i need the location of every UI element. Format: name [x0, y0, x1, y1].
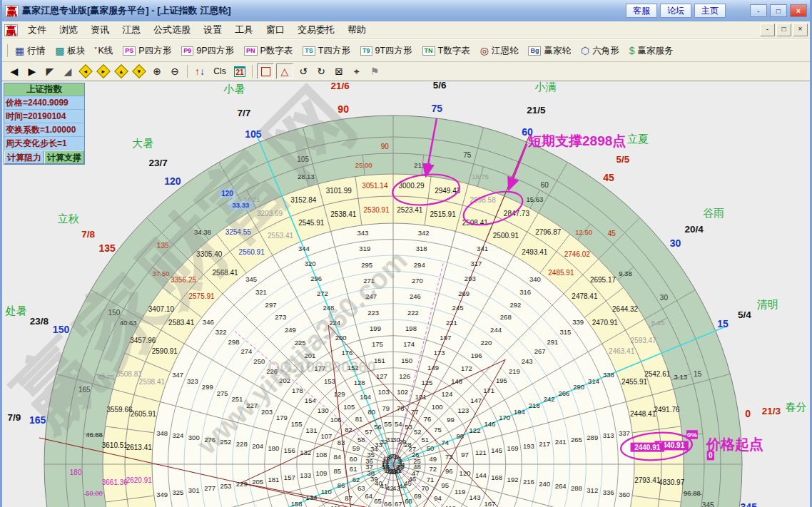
spiral-number: 194 — [514, 408, 525, 416]
converge-icon[interactable]: ⌖ — [349, 64, 365, 78]
mdi-minimize-button[interactable]: - — [760, 24, 775, 36]
spiral-number: 128 — [354, 379, 365, 386]
spiral-number: 181 — [268, 476, 280, 483]
spiral-number: 74 — [442, 439, 450, 446]
back-icon[interactable]: ◀ — [6, 64, 22, 78]
diamond-down-icon[interactable]: ▾ — [131, 64, 147, 78]
toolbar-item-t-square[interactable]: TST四方形 — [298, 43, 355, 58]
triangle-tool-icon[interactable]: △ — [276, 63, 293, 79]
spiral-number: 216 — [523, 478, 534, 486]
toolbar-item-winner-wheel[interactable]: Bg赢家轮 — [523, 43, 576, 58]
rim-date-label: 7/8 — [81, 229, 95, 240]
rotate-right-tri-icon[interactable]: ◢ — [60, 64, 76, 78]
rotate-left-tri-icon[interactable]: ◤ — [42, 64, 58, 78]
menu-item-1[interactable]: 浏览 — [53, 22, 84, 38]
spiral-number: 294 — [414, 261, 425, 269]
time-field[interactable]: 时间=20190104 — [4, 110, 84, 123]
rotate-ccw-icon[interactable]: ↺ — [295, 64, 311, 78]
toolbar-item-p-square[interactable]: PSP四方形 — [118, 43, 176, 58]
watermark-qq: QQ:100800360 — [268, 358, 376, 376]
spiral-number: 336 — [603, 488, 614, 496]
gann-wheel-chart: 上证指数 价格=2440.9099 时间=20190104 变换系数=1.000… — [2, 81, 810, 507]
diamond-left-icon[interactable]: ◂ — [78, 64, 93, 78]
diamond-up-icon[interactable]: ▴ — [113, 64, 129, 78]
menu-item-0[interactable]: 文件 — [21, 22, 53, 38]
spiral-number: 321 — [255, 288, 267, 296]
zoom-in-icon[interactable]: ⊕ — [149, 64, 165, 78]
menu-item-3[interactable]: 江恩 — [116, 22, 147, 38]
forward-icon[interactable]: ▶ — [24, 64, 40, 78]
spiral-number: 343 — [357, 229, 368, 237]
toolbar-item-label: 赢家轮 — [544, 45, 571, 57]
spiral-number: 81 — [355, 415, 363, 423]
t-updown-icon[interactable]: ↑↓ — [192, 64, 208, 78]
spiral-number: 253 — [220, 482, 231, 490]
spiral-number: 93 — [424, 505, 432, 507]
price-field[interactable]: 价格=2440.9099 — [4, 96, 84, 110]
spiral-number: 222 — [407, 309, 419, 317]
diamond-right-icon[interactable]: ▸ — [96, 64, 111, 78]
spiral-number: 120 — [460, 469, 471, 477]
close-button[interactable]: × — [790, 4, 807, 17]
toolbar-item-hexagon[interactable]: ⬡六角形 — [576, 43, 624, 58]
service-button[interactable]: 客服 — [626, 4, 657, 18]
toolbar-item-gann-wheel[interactable]: ◎江恩轮 — [475, 43, 524, 58]
spiral-number: 325 — [172, 488, 183, 496]
spiral-number: 87 — [345, 494, 352, 502]
mdi-restore-button[interactable]: □ — [776, 24, 791, 36]
maximize-button[interactable]: □ — [770, 4, 787, 17]
box-x-icon[interactable]: ⊠ — [331, 64, 347, 78]
toolbar-item-label: 9T四方形 — [375, 45, 412, 57]
toolbar-item-grid[interactable]: ▦行情 — [10, 43, 50, 58]
spiral-number: 273 — [275, 313, 286, 321]
minimize-button[interactable]: - — [750, 4, 767, 17]
menu-item-5[interactable]: 设置 — [197, 22, 228, 38]
forum-button[interactable]: 论坛 — [660, 4, 691, 18]
spiral-number: 132 — [300, 449, 311, 456]
toolbar-item-blocks[interactable]: ▩板块 — [50, 43, 90, 58]
toolbar-item-dollar[interactable]: $赢家服务 — [624, 43, 679, 58]
spiral-number: 84 — [334, 453, 342, 461]
zoom-out-icon[interactable]: ⊖ — [167, 64, 183, 78]
toolbar-item-p-number[interactable]: PNP数字表 — [239, 43, 298, 58]
spiral-number: 241 — [555, 438, 567, 446]
price-inner-value: 2538.41 — [330, 210, 357, 218]
spiral-number: 349 — [156, 491, 168, 498]
step-field[interactable]: 周天变化步长=1 — [4, 137, 84, 150]
rim-solar-term-label: 立夏 — [627, 133, 649, 145]
toolbar-item-t9-square[interactable]: T99T四方形 — [355, 43, 417, 58]
menu-item-6[interactable]: 工具 — [228, 22, 260, 38]
menu-item-7[interactable]: 窗口 — [260, 22, 291, 38]
calendar-21-icon[interactable]: 21 — [232, 64, 248, 78]
toolbar-item-p9-square[interactable]: P99P四方形 — [176, 43, 239, 58]
spiral-number: 106 — [330, 416, 342, 424]
home-button[interactable]: 主页 — [694, 4, 726, 18]
spiral-number: 318 — [416, 245, 427, 252]
rim-solar-term-label: 大暑 — [132, 137, 153, 149]
spiral-number: 171 — [483, 386, 494, 394]
spiral-number: 340 — [529, 275, 541, 283]
calc-support-button[interactable]: 计算支撑 — [44, 150, 84, 164]
menu-item-8[interactable]: 交易委托 — [291, 22, 341, 38]
price-outer-value: 4830.97 — [659, 478, 685, 486]
rotate-cw-icon[interactable]: ↻ — [313, 64, 329, 78]
spiral-number: 296 — [310, 275, 322, 282]
spiral-number: 277 — [204, 484, 215, 492]
instrument-name: 上证指数 — [4, 83, 84, 96]
mdi-close-button[interactable]: × — [793, 24, 808, 36]
cls-button[interactable]: Cls — [210, 64, 230, 78]
menu-item-9[interactable]: 帮助 — [341, 22, 372, 38]
square-tool-icon[interactable] — [257, 63, 274, 79]
menu-item-2[interactable]: 资讯 — [84, 22, 116, 38]
rim-date-label: 5/5 — [616, 154, 630, 165]
transform-coef-field[interactable]: 变换系数=1.00000 — [4, 123, 84, 137]
main-toolbar: ▦行情▩板块ꜘK线PSP四方形P99P四方形PNP数字表TST四方形T99T四方… — [2, 39, 810, 62]
rim-date-label: 7/7 — [238, 108, 251, 118]
pin-icon[interactable]: ⚑ — [367, 64, 382, 78]
menu-item-4[interactable]: 公式选股 — [147, 22, 197, 38]
calc-resistance-button[interactable]: 计算阻力 — [4, 150, 44, 164]
toolbar-item-t-number[interactable]: TNT数字表 — [417, 43, 475, 58]
spiral-number: 123 — [457, 406, 469, 414]
percent-value: 6.25 — [651, 319, 665, 327]
toolbar-item-kline[interactable]: ꜘK线 — [90, 43, 118, 58]
